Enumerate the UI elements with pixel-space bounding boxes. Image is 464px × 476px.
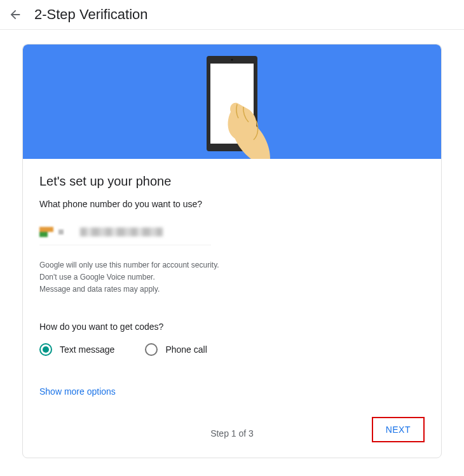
radio-text-message[interactable]: Text message <box>39 343 114 356</box>
setup-card: Let's set up your phone What phone numbe… <box>22 44 442 458</box>
top-bar: 2-Step Verification <box>0 0 464 30</box>
radio-label: Phone call <box>165 344 207 355</box>
disclaimer-line: Message and data rates may apply. <box>39 283 425 296</box>
disclaimer-line: Don't use a Google Voice number. <box>39 271 425 283</box>
next-button[interactable]: NEXT <box>372 417 425 442</box>
phone-number-redacted[interactable] <box>80 228 163 236</box>
phone-input[interactable] <box>39 224 211 245</box>
dropdown-indicator <box>58 229 64 235</box>
radio-phone-call[interactable]: Phone call <box>145 343 207 356</box>
radio-icon <box>145 343 158 356</box>
show-more-options-link[interactable]: Show more options <box>39 386 425 397</box>
card-footer: Step 1 of 3 NEXT <box>39 428 425 451</box>
radio-label: Text message <box>60 344 114 355</box>
card-content: Let's set up your phone What phone numbe… <box>23 159 441 458</box>
disclaimer-text: Google will only use this number for acc… <box>39 259 425 296</box>
country-flag-icon[interactable] <box>39 227 53 237</box>
disclaimer-line: Google will only use this number for acc… <box>39 259 425 271</box>
section-heading: Let's set up your phone <box>39 174 425 189</box>
hero-illustration <box>23 44 441 159</box>
svg-point-1 <box>231 59 233 61</box>
step-indicator: Step 1 of 3 <box>210 428 254 439</box>
codes-question: How do you want to get codes? <box>39 322 425 332</box>
page-title: 2-Step Verification <box>34 6 148 23</box>
radio-group-codes: Text message Phone call <box>39 343 425 356</box>
back-arrow-icon[interactable] <box>8 7 23 22</box>
radio-icon <box>39 343 52 356</box>
phone-question: What phone number do you want to use? <box>39 199 425 209</box>
